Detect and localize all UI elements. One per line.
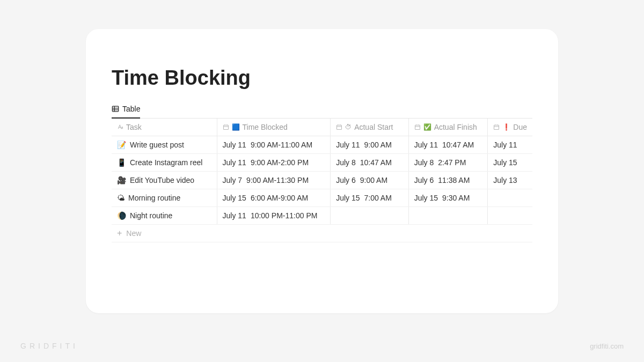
column-header-time-blocked[interactable]: 🟦 Time Blocked xyxy=(217,119,331,136)
column-header-actual-start[interactable]: ⏱ Actual Start xyxy=(331,119,409,136)
table-row[interactable]: 📱Create Instagram reelJuly 119:00 AM-2:0… xyxy=(112,154,532,172)
checkmark-icon: ✅ xyxy=(423,123,431,131)
actual-start-cell[interactable]: July 157:00 AM xyxy=(331,189,409,207)
blocked-date: July 11 xyxy=(223,158,246,167)
table-row[interactable]: 🌤Morning routineJuly 156:00 AM-9:00 AMJu… xyxy=(112,189,532,207)
page-title: Time Blocking xyxy=(112,67,532,90)
page-card: Time Blocking Table Tas xyxy=(86,29,558,313)
start-date: July 8 xyxy=(336,158,356,167)
time-blocked-cell[interactable]: July 156:00 AM-9:00 AM xyxy=(217,189,331,207)
actual-start-cell[interactable]: July 119:00 AM xyxy=(331,136,409,154)
blocked-time: 9:00 AM-11:00 AM xyxy=(251,141,312,149)
finish-time: 9:30 AM xyxy=(442,194,470,202)
svg-rect-8 xyxy=(337,125,342,129)
start-date: July 15 xyxy=(336,194,360,202)
due-cell[interactable]: July 11 xyxy=(488,136,532,154)
column-header-actual-start-label: Actual Start xyxy=(354,123,393,131)
blocked-date: July 7 xyxy=(223,176,243,184)
task-cell[interactable]: 🌘Night routine xyxy=(112,207,217,225)
view-tabs: Table xyxy=(112,105,532,119)
blocked-time: 9:00 AM-11:30 PM xyxy=(246,176,309,184)
column-header-due-label: Due xyxy=(513,123,527,131)
new-row-label: New xyxy=(126,229,141,238)
tab-table-label: Table xyxy=(122,105,140,113)
blocked-time: 6:00 AM-9:00 AM xyxy=(251,194,308,202)
task-cell[interactable]: 📝Write guest post xyxy=(112,136,217,154)
table-row[interactable]: 🎥Edit YouTube videoJuly 79:00 AM-11:30 P… xyxy=(112,172,532,189)
column-header-time-blocked-label: Time Blocked xyxy=(243,123,288,131)
actual-start-cell[interactable]: July 810:47 AM xyxy=(331,154,409,172)
time-blocked-cell[interactable]: July 119:00 AM-2:00 PM xyxy=(217,154,331,172)
task-emoji-icon: 🌤 xyxy=(117,194,125,202)
start-date: July 11 xyxy=(336,141,360,149)
svg-rect-4 xyxy=(223,125,228,129)
finish-date: July 8 xyxy=(414,158,434,167)
actual-finish-cell[interactable]: July 611:38 AM xyxy=(408,172,488,189)
due-cell[interactable] xyxy=(488,207,532,225)
stopwatch-icon: ⏱ xyxy=(345,123,352,131)
task-cell[interactable]: 🎥Edit YouTube video xyxy=(112,172,217,189)
due-cell[interactable] xyxy=(488,189,532,207)
text-property-icon xyxy=(117,124,123,130)
date-property-icon xyxy=(493,124,500,130)
finish-time: 10:47 AM xyxy=(442,141,474,149)
svg-rect-12 xyxy=(415,125,420,129)
due-cell[interactable]: July 13 xyxy=(488,172,532,189)
actual-finish-cell[interactable]: July 1110:47 AM xyxy=(408,136,488,154)
start-time: 10:47 AM xyxy=(360,158,392,167)
blocked-time: 10:00 PM-11:00 PM xyxy=(251,211,318,220)
table-icon xyxy=(112,105,119,113)
finish-date: July 15 xyxy=(414,194,438,202)
exclamation-icon: ❗ xyxy=(502,123,510,131)
blue-square-icon: 🟦 xyxy=(232,123,240,131)
plus-icon: + xyxy=(117,229,122,238)
start-time: 9:00 AM xyxy=(360,176,387,184)
date-property-icon xyxy=(414,124,421,130)
add-new-row[interactable]: + New xyxy=(112,225,532,242)
column-header-task-label: Task xyxy=(126,123,142,131)
actual-finish-cell[interactable]: July 159:30 AM xyxy=(408,189,488,207)
time-blocking-table: Task 🟦 Time Blocked xyxy=(112,119,532,225)
column-header-actual-finish[interactable]: ✅ Actual Finish xyxy=(408,119,488,136)
watermark-brand: GRIDFITI xyxy=(20,342,78,350)
task-emoji-icon: 📱 xyxy=(117,158,126,167)
date-property-icon xyxy=(336,124,342,130)
start-date: July 6 xyxy=(336,176,356,184)
start-time: 9:00 AM xyxy=(364,141,391,149)
actual-start-cell[interactable] xyxy=(331,207,409,225)
column-header-task[interactable]: Task xyxy=(112,119,217,136)
time-blocked-cell[interactable]: July 119:00 AM-11:00 AM xyxy=(217,136,331,154)
blocked-date: July 11 xyxy=(223,141,246,149)
task-emoji-icon: 🎥 xyxy=(117,176,126,184)
table-row[interactable]: 🌘Night routineJuly 1110:00 PM-11:00 PM xyxy=(112,207,532,225)
blocked-date: July 11 xyxy=(223,211,246,220)
blocked-date: July 15 xyxy=(223,194,246,202)
task-name: Edit YouTube video xyxy=(130,176,194,184)
finish-time: 2:47 PM xyxy=(438,158,466,167)
task-name: Morning routine xyxy=(128,194,180,202)
time-blocked-cell[interactable]: July 1110:00 PM-11:00 PM xyxy=(217,207,331,225)
task-name: Night routine xyxy=(130,211,172,220)
tab-table[interactable]: Table xyxy=(112,105,140,119)
finish-date: July 6 xyxy=(414,176,434,184)
finish-date: July 11 xyxy=(414,141,438,149)
actual-finish-cell[interactable]: July 82:47 PM xyxy=(408,154,488,172)
column-header-due[interactable]: ❗ Due xyxy=(488,119,532,136)
svg-rect-16 xyxy=(494,125,499,129)
blocked-time: 9:00 AM-2:00 PM xyxy=(251,158,309,167)
task-cell[interactable]: 🌤Morning routine xyxy=(112,189,217,207)
task-name: Write guest post xyxy=(130,141,184,149)
task-emoji-icon: 📝 xyxy=(117,141,126,149)
task-name: Create Instagram reel xyxy=(130,158,202,167)
task-emoji-icon: 🌘 xyxy=(117,211,126,220)
watermark-url: gridfiti.com xyxy=(590,342,624,350)
actual-start-cell[interactable]: July 69:00 AM xyxy=(331,172,409,189)
time-blocked-cell[interactable]: July 79:00 AM-11:30 PM xyxy=(217,172,331,189)
start-time: 7:00 AM xyxy=(364,194,391,202)
due-cell[interactable]: July 15 xyxy=(488,154,532,172)
date-property-icon xyxy=(223,124,229,130)
finish-time: 11:38 AM xyxy=(438,176,470,184)
task-cell[interactable]: 📱Create Instagram reel xyxy=(112,154,217,172)
actual-finish-cell[interactable] xyxy=(408,207,488,225)
table-row[interactable]: 📝Write guest postJuly 119:00 AM-11:00 AM… xyxy=(112,136,532,154)
